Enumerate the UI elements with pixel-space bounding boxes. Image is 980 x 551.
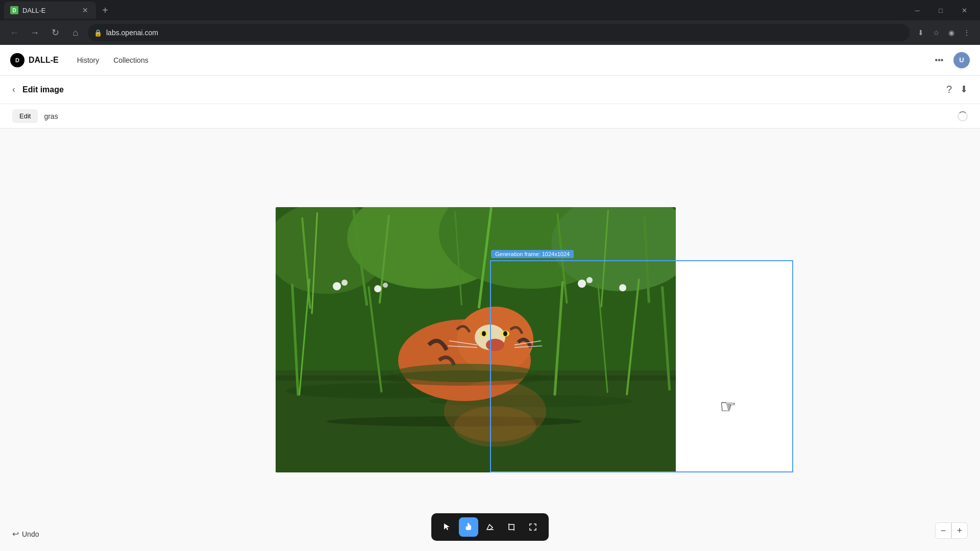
svg-point-18 [578,280,586,288]
tab-bar: D DALL-E ✕ + ─ □ ✕ [0,0,980,20]
svg-point-19 [586,277,593,283]
undo-label: Undo [22,530,39,538]
svg-point-52 [681,301,722,423]
app-header: D DALL-E History Collections ••• U [0,45,980,76]
address-bar[interactable]: 🔒 labs.openai.com [88,24,910,41]
edit-tab-button[interactable]: Edit [12,109,38,123]
edit-header: ‹ Edit image ? ⬇ [0,76,980,104]
profile-icon[interactable]: ◉ [944,26,959,40]
canvas-wrapper: Generation frame: 1024x1024 ☞ [276,207,704,472]
expand-tool-button[interactable] [523,517,543,537]
bookmark-icon[interactable]: ☆ [929,26,943,40]
svg-point-17 [383,283,388,288]
back-button[interactable]: ‹ Edit image [12,84,64,95]
tiger-image [276,207,676,472]
window-controls: ─ □ ✕ [905,2,976,19]
lock-icon: 🔒 [94,29,102,37]
home-button[interactable]: ⌂ [67,24,84,41]
logo-icon: D [10,53,24,67]
help-button[interactable]: ? [946,84,952,95]
more-options-button[interactable]: ••• [931,52,947,68]
select-tool-button[interactable] [437,517,457,537]
user-avatar[interactable]: U [953,52,970,68]
generate-spinner [958,111,968,121]
canvas-area[interactable]: Generation frame: 1024x1024 ☞ [0,129,980,551]
nav-history[interactable]: History [71,53,106,67]
url-text: labs.openai.com [106,29,158,37]
nav-collections[interactable]: Collections [107,53,154,67]
svg-point-14 [333,282,341,290]
back-button[interactable]: ← [6,24,22,41]
zoom-out-button[interactable]: − [935,522,951,539]
svg-point-29 [486,339,504,351]
erased-shape [676,260,793,472]
forward-button[interactable]: → [27,24,43,41]
menu-icon[interactable]: ⋮ [960,26,974,40]
eraser-tool-button[interactable] [480,517,500,537]
refresh-button[interactable]: ↻ [47,24,63,41]
tab-close-button[interactable]: ✕ [81,6,90,15]
prompt-bar: Edit [0,104,980,129]
nav-bar: ← → ↻ ⌂ 🔒 labs.openai.com ⬇ ☆ ◉ ⋮ [0,20,980,45]
bottom-toolbar [431,513,549,541]
active-tab[interactable]: D DALL-E ✕ [4,2,96,19]
svg-rect-54 [509,524,514,530]
app-name: DALL-E [29,56,59,65]
app-nav: History Collections [71,53,155,67]
header-right: ••• U [931,52,970,68]
extensions-icon[interactable]: ⬇ [914,26,928,40]
svg-point-41 [454,406,536,447]
close-button[interactable]: ✕ [952,2,976,19]
minimize-button[interactable]: ─ [905,2,929,19]
erased-area [676,260,793,472]
download-button[interactable]: ⬇ [960,84,968,95]
hand-cursor: ☞ [720,396,736,417]
svg-point-33 [503,331,507,336]
hand-tool-button[interactable] [459,517,478,537]
undo-button[interactable]: ↩ Undo [12,529,39,539]
crop-tool-button[interactable] [502,517,521,537]
browser-nav-icons: ⬇ ☆ ◉ ⋮ [914,26,974,40]
svg-point-39 [383,370,546,386]
zoom-controls: − + [935,522,968,539]
app-logo: D DALL-E [10,53,59,67]
new-tab-button[interactable]: + [98,3,112,17]
back-arrow-icon: ‹ [12,84,15,95]
undo-icon: ↩ [12,529,19,539]
tab-favicon: D [10,6,18,14]
tab-title: DALL-E [22,7,77,14]
zoom-in-button[interactable]: + [951,522,968,539]
prompt-input[interactable] [44,112,951,120]
edit-header-right: ? ⬇ [946,84,968,95]
page-content: ‹ Edit image ? ⬇ Edit [0,76,980,551]
maximize-button[interactable]: □ [929,2,952,19]
svg-point-15 [341,280,348,286]
svg-point-16 [374,285,381,292]
svg-point-31 [482,331,486,336]
edit-image-title: Edit image [22,85,64,94]
svg-point-20 [619,284,626,291]
